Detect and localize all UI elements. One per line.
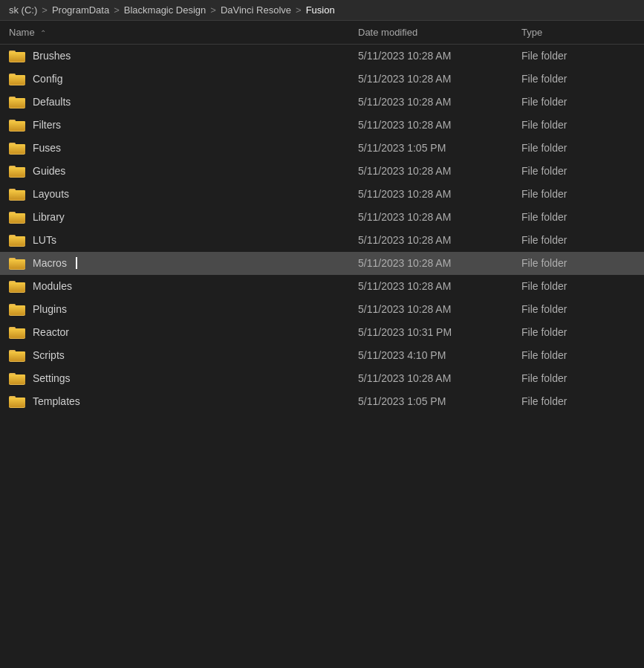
date-modified-cell: 5/11/2023 10:28 AM xyxy=(358,303,521,315)
type-cell: File folder xyxy=(521,50,635,62)
file-name-cell: Macros xyxy=(9,256,358,270)
table-row[interactable]: Fuses 5/11/2023 1:05 PM File folder xyxy=(0,137,644,160)
breadcrumb-item-davinci[interactable]: DaVinci Resolve xyxy=(221,4,291,16)
file-name-cell: Layouts xyxy=(9,187,358,201)
table-row[interactable]: Settings 5/11/2023 10:28 AM File folder xyxy=(0,367,644,390)
table-row[interactable]: Scripts 5/11/2023 4:10 PM File folder xyxy=(0,344,644,367)
type-cell: File folder xyxy=(521,142,635,154)
breadcrumb-sep-4: > xyxy=(296,4,302,16)
table-row[interactable]: Defaults 5/11/2023 10:28 AM File folder xyxy=(0,91,644,114)
date-modified-cell: 5/11/2023 1:05 PM xyxy=(358,142,521,154)
file-name-cell: Brushes xyxy=(9,49,358,62)
col-header-name[interactable]: Name ⌃ xyxy=(9,27,358,38)
table-row[interactable]: LUTs 5/11/2023 10:28 AM File folder xyxy=(0,229,644,252)
file-name-text: Modules xyxy=(33,280,72,292)
table-row[interactable]: Reactor 5/11/2023 10:31 PM File folder xyxy=(0,321,644,344)
folder-icon xyxy=(9,233,25,247)
svg-rect-11 xyxy=(9,98,25,108)
table-row[interactable]: Config 5/11/2023 10:28 AM File folder xyxy=(0,68,644,91)
date-modified-cell: 5/11/2023 10:28 AM xyxy=(358,96,521,108)
file-name-text: Scripts xyxy=(33,349,65,361)
file-name-text: Templates xyxy=(33,395,80,407)
file-name-text: Layouts xyxy=(33,188,69,200)
svg-rect-3 xyxy=(9,52,25,62)
type-cell: File folder xyxy=(521,303,635,315)
svg-rect-31 xyxy=(9,213,25,223)
file-list-container: Name ⌃ Date modified Type Brushes 5/11/2… xyxy=(0,21,644,662)
file-name-text: LUTs xyxy=(33,234,56,246)
file-name-text: Macros xyxy=(33,257,67,269)
file-name-cell: Reactor xyxy=(9,325,358,339)
file-name-cell: Settings xyxy=(9,372,358,385)
col-header-date[interactable]: Date modified xyxy=(358,27,521,38)
svg-rect-19 xyxy=(9,144,25,154)
breadcrumb-sep-3: > xyxy=(210,4,216,16)
table-row[interactable]: Brushes 5/11/2023 10:28 AM File folder xyxy=(0,45,644,68)
breadcrumb-sep-1: > xyxy=(42,4,48,16)
type-cell: File folder xyxy=(521,326,635,338)
file-name-cell: Filters xyxy=(9,118,358,132)
breadcrumb: sk (C:) > ProgramData > Blackmagic Desig… xyxy=(0,0,644,21)
cursor xyxy=(76,257,77,269)
col-header-type[interactable]: Type xyxy=(521,27,635,38)
type-cell: File folder xyxy=(521,257,635,269)
file-name-cell: Plugins xyxy=(9,302,358,316)
date-modified-cell: 5/11/2023 10:28 AM xyxy=(358,211,521,223)
table-row[interactable]: Filters 5/11/2023 10:28 AM File folder xyxy=(0,114,644,137)
type-cell: File folder xyxy=(521,119,635,131)
file-name-text: Filters xyxy=(33,119,61,131)
file-name-text: Defaults xyxy=(33,96,71,108)
file-rows-container: Brushes 5/11/2023 10:28 AM File folder C… xyxy=(0,45,644,413)
type-cell: File folder xyxy=(521,395,635,407)
date-modified-cell: 5/11/2023 10:31 PM xyxy=(358,326,521,338)
folder-icon xyxy=(9,49,25,62)
type-cell: File folder xyxy=(521,188,635,200)
table-row[interactable]: Plugins 5/11/2023 10:28 AM File folder xyxy=(0,298,644,321)
folder-icon xyxy=(9,279,25,293)
table-row[interactable]: Library 5/11/2023 10:28 AM File folder xyxy=(0,206,644,229)
svg-rect-15 xyxy=(9,121,25,131)
file-name-text: Library xyxy=(33,211,65,223)
svg-rect-59 xyxy=(9,374,25,384)
svg-rect-47 xyxy=(9,305,25,315)
date-modified-cell: 5/11/2023 10:28 AM xyxy=(358,257,521,269)
table-row[interactable]: Guides 5/11/2023 10:28 AM File folder xyxy=(0,160,644,183)
file-name-cell: Defaults xyxy=(9,95,358,108)
svg-rect-27 xyxy=(9,190,25,200)
table-row[interactable]: Modules 5/11/2023 10:28 AM File folder xyxy=(0,275,644,298)
type-cell: File folder xyxy=(521,73,635,85)
file-name-text: Fuses xyxy=(33,142,61,154)
table-row[interactable]: Layouts 5/11/2023 10:28 AM File folder xyxy=(0,183,644,206)
folder-icon xyxy=(9,348,25,362)
sort-arrow-icon: ⌃ xyxy=(40,29,46,37)
file-name-cell: Config xyxy=(9,72,358,85)
type-cell: File folder xyxy=(521,349,635,361)
breadcrumb-item-blackmagic[interactable]: Blackmagic Design xyxy=(124,4,206,16)
file-name-cell: Fuses xyxy=(9,141,358,155)
folder-icon xyxy=(9,372,25,385)
svg-rect-51 xyxy=(9,328,25,338)
type-cell: File folder xyxy=(521,165,635,177)
folder-icon xyxy=(9,325,25,339)
type-cell: File folder xyxy=(521,372,635,384)
svg-rect-7 xyxy=(9,75,25,85)
date-modified-cell: 5/11/2023 4:10 PM xyxy=(358,349,521,361)
file-name-cell: Templates xyxy=(9,395,358,408)
breadcrumb-item-drive[interactable]: sk (C:) xyxy=(9,4,37,16)
breadcrumb-item-programdata[interactable]: ProgramData xyxy=(52,4,109,16)
file-name-cell: LUTs xyxy=(9,233,358,247)
table-row[interactable]: Templates 5/11/2023 1:05 PM File folder xyxy=(0,390,644,413)
table-row[interactable]: Macros 5/11/2023 10:28 AM File folder xyxy=(0,252,644,275)
date-modified-cell: 5/11/2023 10:28 AM xyxy=(358,119,521,131)
date-modified-cell: 5/11/2023 10:28 AM xyxy=(358,280,521,292)
file-name-text: Reactor xyxy=(33,326,69,338)
svg-rect-23 xyxy=(9,167,25,177)
breadcrumb-item-fusion[interactable]: Fusion xyxy=(306,4,335,16)
svg-rect-63 xyxy=(9,398,25,407)
file-name-text: Settings xyxy=(33,372,71,384)
date-modified-cell: 5/11/2023 10:28 AM xyxy=(358,165,521,177)
date-modified-cell: 5/11/2023 1:05 PM xyxy=(358,395,521,407)
type-cell: File folder xyxy=(521,211,635,223)
folder-icon xyxy=(9,256,25,270)
date-modified-cell: 5/11/2023 10:28 AM xyxy=(358,234,521,246)
